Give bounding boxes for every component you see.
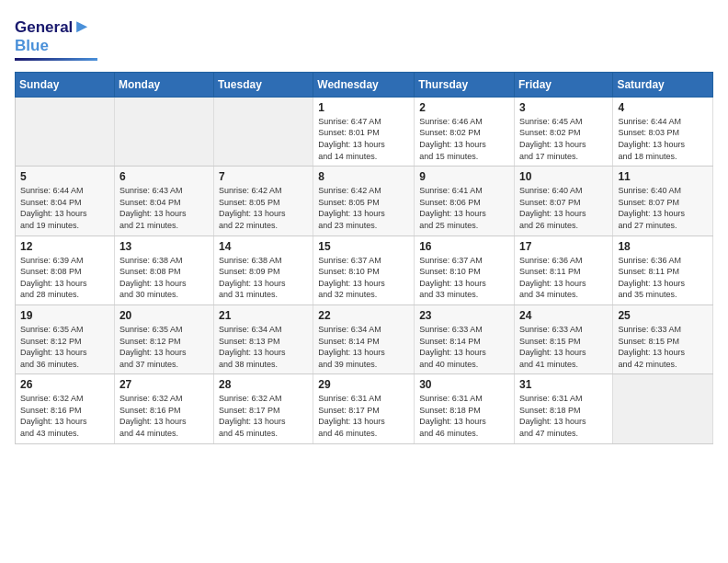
calendar-cell: 3Sunrise: 6:45 AM Sunset: 8:02 PM Daylig…	[514, 97, 612, 166]
calendar-cell: 16Sunrise: 6:37 AM Sunset: 8:10 PM Dayli…	[415, 236, 515, 304]
calendar-cell: 18Sunrise: 6:36 AM Sunset: 8:11 PM Dayli…	[613, 236, 713, 304]
day-number: 17	[519, 240, 608, 253]
day-number: 18	[618, 240, 708, 253]
calendar-cell	[114, 97, 213, 166]
day-info: Sunrise: 6:32 AM Sunset: 8:16 PM Dayligh…	[20, 393, 109, 439]
day-info: Sunrise: 6:33 AM Sunset: 8:15 PM Dayligh…	[519, 324, 608, 370]
calendar-cell: 8Sunrise: 6:42 AM Sunset: 8:05 PM Daylig…	[313, 167, 415, 236]
day-number: 30	[419, 378, 509, 391]
day-info: Sunrise: 6:31 AM Sunset: 8:18 PM Dayligh…	[419, 393, 509, 439]
calendar-cell: 4Sunrise: 6:44 AM Sunset: 8:03 PM Daylig…	[613, 97, 713, 166]
day-info: Sunrise: 6:45 AM Sunset: 8:02 PM Dayligh…	[519, 116, 608, 162]
calendar-cell: 25Sunrise: 6:33 AM Sunset: 8:15 PM Dayli…	[613, 304, 713, 373]
calendar-cell: 22Sunrise: 6:34 AM Sunset: 8:14 PM Dayli…	[313, 304, 415, 373]
weekday-header-friday: Friday	[514, 72, 612, 97]
calendar-cell: 30Sunrise: 6:31 AM Sunset: 8:18 PM Dayli…	[415, 374, 515, 443]
calendar-cell: 9Sunrise: 6:41 AM Sunset: 8:06 PM Daylig…	[415, 167, 515, 236]
day-number: 26	[20, 378, 109, 391]
week-row-3: 12Sunrise: 6:39 AM Sunset: 8:08 PM Dayli…	[16, 236, 713, 304]
calendar-cell: 5Sunrise: 6:44 AM Sunset: 8:04 PM Daylig…	[16, 167, 115, 236]
day-info: Sunrise: 6:32 AM Sunset: 8:17 PM Dayligh…	[219, 393, 308, 439]
day-number: 14	[219, 240, 308, 253]
day-info: Sunrise: 6:33 AM Sunset: 8:14 PM Dayligh…	[419, 324, 509, 370]
calendar-cell: 15Sunrise: 6:37 AM Sunset: 8:10 PM Dayli…	[313, 236, 415, 304]
week-row-1: 1Sunrise: 6:47 AM Sunset: 8:01 PM Daylig…	[16, 97, 713, 166]
weekday-header-sunday: Sunday	[16, 72, 115, 97]
day-number: 6	[119, 170, 209, 183]
calendar-cell: 31Sunrise: 6:31 AM Sunset: 8:18 PM Dayli…	[514, 374, 612, 443]
day-number: 2	[419, 101, 509, 114]
day-info: Sunrise: 6:40 AM Sunset: 8:07 PM Dayligh…	[519, 185, 608, 231]
day-number: 15	[318, 240, 409, 253]
day-info: Sunrise: 6:38 AM Sunset: 8:08 PM Dayligh…	[119, 255, 209, 301]
day-number: 23	[419, 309, 509, 322]
logo-underline	[15, 58, 97, 61]
day-info: Sunrise: 6:41 AM Sunset: 8:06 PM Dayligh…	[419, 185, 509, 231]
day-number: 16	[419, 240, 509, 253]
weekday-header-saturday: Saturday	[613, 72, 713, 97]
weekday-header-thursday: Thursday	[415, 72, 515, 97]
day-info: Sunrise: 6:44 AM Sunset: 8:04 PM Dayligh…	[20, 185, 109, 231]
day-info: Sunrise: 6:40 AM Sunset: 8:07 PM Dayligh…	[618, 185, 708, 231]
calendar-cell: 13Sunrise: 6:38 AM Sunset: 8:08 PM Dayli…	[114, 236, 213, 304]
weekday-header-tuesday: Tuesday	[214, 72, 313, 97]
calendar-cell: 23Sunrise: 6:33 AM Sunset: 8:14 PM Dayli…	[415, 304, 515, 373]
day-info: Sunrise: 6:44 AM Sunset: 8:03 PM Dayligh…	[618, 116, 708, 162]
calendar-cell	[214, 97, 313, 166]
calendar-cell: 19Sunrise: 6:35 AM Sunset: 8:12 PM Dayli…	[16, 304, 115, 373]
weekday-header-wednesday: Wednesday	[313, 72, 415, 97]
logo: General► Blue	[15, 15, 97, 61]
weekday-header-monday: Monday	[114, 72, 213, 97]
day-info: Sunrise: 6:46 AM Sunset: 8:02 PM Dayligh…	[419, 116, 509, 162]
day-info: Sunrise: 6:37 AM Sunset: 8:10 PM Dayligh…	[419, 255, 509, 301]
day-number: 1	[318, 101, 409, 114]
day-number: 5	[20, 170, 109, 183]
day-number: 20	[119, 309, 209, 322]
day-number: 29	[318, 378, 409, 391]
day-info: Sunrise: 6:31 AM Sunset: 8:18 PM Dayligh…	[519, 393, 608, 439]
day-info: Sunrise: 6:31 AM Sunset: 8:17 PM Dayligh…	[318, 393, 409, 439]
day-info: Sunrise: 6:34 AM Sunset: 8:13 PM Dayligh…	[219, 324, 308, 370]
day-number: 7	[219, 170, 308, 183]
day-number: 28	[219, 378, 308, 391]
calendar-cell: 20Sunrise: 6:35 AM Sunset: 8:12 PM Dayli…	[114, 304, 213, 373]
calendar-cell: 26Sunrise: 6:32 AM Sunset: 8:16 PM Dayli…	[16, 374, 115, 443]
logo-general: General	[15, 18, 73, 36]
day-info: Sunrise: 6:33 AM Sunset: 8:15 PM Dayligh…	[618, 324, 708, 370]
day-info: Sunrise: 6:43 AM Sunset: 8:04 PM Dayligh…	[119, 185, 209, 231]
day-info: Sunrise: 6:38 AM Sunset: 8:09 PM Dayligh…	[219, 255, 308, 301]
calendar-cell: 1Sunrise: 6:47 AM Sunset: 8:01 PM Daylig…	[313, 97, 415, 166]
logo-text: General► Blue	[15, 15, 91, 56]
calendar-cell: 27Sunrise: 6:32 AM Sunset: 8:16 PM Dayli…	[114, 374, 213, 443]
day-info: Sunrise: 6:34 AM Sunset: 8:14 PM Dayligh…	[318, 324, 409, 370]
day-number: 11	[618, 170, 708, 183]
calendar-cell: 2Sunrise: 6:46 AM Sunset: 8:02 PM Daylig…	[415, 97, 515, 166]
day-info: Sunrise: 6:37 AM Sunset: 8:10 PM Dayligh…	[318, 255, 409, 301]
day-info: Sunrise: 6:36 AM Sunset: 8:11 PM Dayligh…	[519, 255, 608, 301]
day-number: 21	[219, 309, 308, 322]
calendar-cell: 10Sunrise: 6:40 AM Sunset: 8:07 PM Dayli…	[514, 167, 612, 236]
day-number: 27	[119, 378, 209, 391]
calendar-cell: 21Sunrise: 6:34 AM Sunset: 8:13 PM Dayli…	[214, 304, 313, 373]
day-number: 3	[519, 101, 608, 114]
day-info: Sunrise: 6:47 AM Sunset: 8:01 PM Dayligh…	[318, 116, 409, 162]
day-number: 12	[20, 240, 109, 253]
day-info: Sunrise: 6:36 AM Sunset: 8:11 PM Dayligh…	[618, 255, 708, 301]
calendar-cell	[613, 374, 713, 443]
calendar-cell: 7Sunrise: 6:42 AM Sunset: 8:05 PM Daylig…	[214, 167, 313, 236]
calendar-cell: 24Sunrise: 6:33 AM Sunset: 8:15 PM Dayli…	[514, 304, 612, 373]
day-info: Sunrise: 6:39 AM Sunset: 8:08 PM Dayligh…	[20, 255, 109, 301]
calendar-cell: 14Sunrise: 6:38 AM Sunset: 8:09 PM Dayli…	[214, 236, 313, 304]
calendar-cell	[16, 97, 115, 166]
day-number: 19	[20, 309, 109, 322]
logo-blue: Blue	[15, 37, 49, 54]
calendar-table: SundayMondayTuesdayWednesdayThursdayFrid…	[15, 72, 713, 444]
day-number: 13	[119, 240, 209, 253]
week-row-2: 5Sunrise: 6:44 AM Sunset: 8:04 PM Daylig…	[16, 167, 713, 236]
day-number: 10	[519, 170, 608, 183]
day-number: 9	[419, 170, 509, 183]
day-number: 31	[519, 378, 608, 391]
day-info: Sunrise: 6:42 AM Sunset: 8:05 PM Dayligh…	[219, 185, 308, 231]
logo-arrow: ►	[73, 16, 91, 36]
calendar-cell: 12Sunrise: 6:39 AM Sunset: 8:08 PM Dayli…	[16, 236, 115, 304]
